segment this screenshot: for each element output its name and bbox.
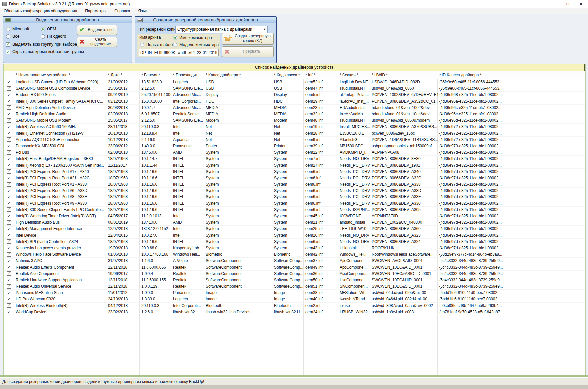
row-checkbox[interactable]: ✓ <box>7 214 11 218</box>
row-checkbox[interactable]: ✓ <box>7 176 11 180</box>
row-checkbox[interactable]: ✓ <box>7 144 11 148</box>
row-checkbox[interactable]: ✓ <box>7 252 11 257</box>
menu-refresh-hardware[interactable]: Обновить конфигурацию оборудования <box>4 9 77 13</box>
menu-options[interactable]: Параметры <box>85 9 106 13</box>
row-checkbox[interactable]: ✓ <box>7 246 11 250</box>
table-row[interactable]: ✓Intel(R) Xeon(R) E3 - 1200/1500 v5/6th … <box>4 162 585 168</box>
row-checkbox[interactable]: ✓ <box>7 112 11 116</box>
table-row[interactable]: ✓Intel(R) PCI Express Root Port #1 - A33… <box>4 181 585 188</box>
table-row[interactable]: ✓Realtek Hardware Support Application13/… <box>4 277 585 283</box>
table-row[interactable]: ✓Intel(R) PCI Express Root Port #21 - A3… <box>4 175 585 181</box>
column-header[interactable]: * Код класса * <box>272 71 304 79</box>
table-row[interactable]: ✓Intel(R) PCI Express Root Port #9 - A33… <box>4 200 585 207</box>
row-checkbox[interactable]: ✓ <box>7 303 11 308</box>
table-row[interactable]: ✓Intel(R) PCI Express Root Port #6 - A33… <box>4 188 585 194</box>
row-checkbox[interactable]: ✓ <box>7 297 11 301</box>
table-row[interactable]: ✓Realtek Asio Component19/06/20171.0.0.4… <box>4 271 585 277</box>
table-row[interactable]: ✓AMD High Definition Audio Device30/03/2… <box>4 105 585 111</box>
table-row[interactable]: ✓Intel(R) PCI Express Root Port #17 - A3… <box>4 169 585 175</box>
table-row[interactable]: ✓Intel(R) Wireless Bluetooth(R)04/12/201… <box>4 303 585 309</box>
row-checkbox[interactable]: ✓ <box>7 157 11 161</box>
row-checkbox[interactable]: ✓ <box>7 284 11 289</box>
column-header[interactable]: * Производит... <box>171 71 204 79</box>
row-checkbox[interactable]: ✓ <box>7 207 11 212</box>
table-row[interactable]: ✓WorldCup Device23/02/20131.2.6.0libusb-… <box>4 309 585 315</box>
table-row[interactable]: ✓Realtek High Definition Audio02/08/2018… <box>4 111 585 117</box>
table-row[interactable]: ✓Radeon RX 590 Series09/01/201925.20.150… <box>4 92 585 98</box>
column-header[interactable]: * Дата * <box>106 71 140 79</box>
table-row[interactable]: ✓Intel(R) Host Bridge/DRAM Registers - 3… <box>4 156 585 162</box>
row-checkbox[interactable]: ✓ <box>7 125 11 129</box>
row-checkbox[interactable]: ✓ <box>7 93 11 97</box>
row-checkbox[interactable]: ✓ <box>7 86 11 91</box>
table-row[interactable]: ✓Nahimic 3 APO31/07/20181.1.6.0A-VoluteS… <box>4 258 585 264</box>
table-row[interactable]: ✓High Definition Audio Bus08/01/201918.4… <box>4 219 585 226</box>
row-checkbox[interactable]: ✓ <box>7 150 11 155</box>
row-checkbox[interactable]: ✓ <box>7 239 11 244</box>
row-checkbox[interactable]: ✓ <box>7 291 11 295</box>
checkbox-hide-others[interactable]: Скрыть все кроме выбранной группы <box>6 49 84 54</box>
row-checkbox[interactable]: ✓ <box>7 265 11 269</box>
table-row[interactable]: ✓Intel(R) Watchdog Timer Driver (Intel(R… <box>4 213 585 219</box>
radio-all[interactable]: Все <box>6 34 20 39</box>
table-row[interactable]: ✓Logitech USB Camera (HD Pro Webcam C920… <box>4 79 585 85</box>
abort-button[interactable]: ✖ Прервать <box>222 46 274 57</box>
row-checkbox[interactable]: ✓ <box>7 99 11 103</box>
chevron-down-icon[interactable]: ▼ <box>262 26 267 33</box>
table-row[interactable]: ✓Windows Hello Face Software Device01/06… <box>4 251 585 258</box>
row-checkbox[interactable]: ✓ <box>7 80 11 84</box>
radio-oem[interactable]: OEM <box>41 27 56 31</box>
column-header[interactable]: * Секция * <box>338 71 370 79</box>
table-row[interactable]: ✓Intel Device22/04/201510.0.27.0IntelSys… <box>4 232 585 239</box>
select-all-button[interactable]: ✔ Выделить всё <box>77 25 117 35</box>
column-header[interactable]: * ID Класса драйвера * <box>438 71 504 79</box>
radio-none[interactable]: Ни одного <box>41 34 66 39</box>
row-checkbox[interactable]: ✓ <box>7 169 11 174</box>
minimize-button[interactable]: ─ <box>548 0 561 8</box>
row-checkbox[interactable]: ✓ <box>7 259 11 263</box>
radio-computer-model[interactable]: Модель компьютера <box>173 42 219 47</box>
table-row[interactable]: ✓SAMSUNG Mobile USB Composite Device15/0… <box>4 85 585 92</box>
row-checkbox[interactable]: ✓ <box>7 227 11 231</box>
row-checkbox[interactable]: ✓ <box>7 195 11 199</box>
table-row[interactable]: ✓Kaspersky Lab power events provider19/0… <box>4 245 585 251</box>
table-row[interactable]: ✓Intel(R) 300 Series Chipset Family SATA… <box>4 98 585 105</box>
row-checkbox[interactable]: ✓ <box>7 233 11 237</box>
column-header[interactable]: * Класс драйвера * <box>204 71 272 79</box>
column-header[interactable]: * Наименование устройства * <box>14 71 106 79</box>
table-row[interactable]: ✓Aquantia AQC111C 5GbE connection10/12/2… <box>4 137 585 143</box>
deselect-button[interactable]: ✖ Снять выделение <box>77 37 117 47</box>
table-row[interactable]: ✓SAMSUNG Mobile USB Modem15/05/20172.12.… <box>4 117 585 124</box>
row-checkbox[interactable]: ✓ <box>7 201 11 205</box>
menu-language[interactable]: Язык <box>138 9 147 13</box>
row-checkbox[interactable]: ✓ <box>7 137 11 142</box>
backup-type-dropdown[interactable]: Структурированная папка с драйверами ▼ <box>175 26 268 33</box>
table-row[interactable]: ✓Intel(R) 300 Series Chipset Family LPC … <box>4 207 585 213</box>
row-checkbox[interactable]: ✓ <box>7 278 11 282</box>
maximize-button[interactable]: □ <box>561 0 574 8</box>
table-row[interactable]: ✓Realtek Audio Universal Service12/11/20… <box>4 283 585 290</box>
row-checkbox[interactable]: ✓ <box>7 220 11 225</box>
menu-help[interactable]: Справка <box>114 9 130 13</box>
radio-microsoft[interactable]: Microsoft <box>6 27 29 31</box>
table-row[interactable]: ✓Realtek Audio Effects Component12/11/20… <box>4 264 585 270</box>
table-row[interactable]: ✓Panasonic MFStation Scan11/01/20121.0.0… <box>4 290 585 296</box>
archive-name-input[interactable] <box>139 49 219 56</box>
table-row[interactable]: ✓Pci Bus02/08/201818.45.0.0AMDSystemSyst… <box>4 149 585 156</box>
column-header[interactable]: * HWID * <box>370 71 438 79</box>
row-checkbox[interactable]: ✓ <box>7 182 11 187</box>
table-row[interactable]: ✓Intel(R) PCI Express Root Port #8 - A33… <box>4 194 585 200</box>
table-row[interactable]: ✓Intel(R) SPI (flash) Controller - A3241… <box>4 239 585 245</box>
radio-user-template[interactable]: Польз. шаблон <box>140 42 175 47</box>
row-checkbox[interactable]: ✓ <box>7 189 11 193</box>
column-header[interactable]: * Версия * <box>140 71 171 79</box>
table-row[interactable]: ✓Intel(R) Wireless-AC 9560 160MHz28/11/2… <box>4 124 585 130</box>
row-checkbox[interactable]: ✓ <box>7 310 11 314</box>
row-checkbox[interactable]: ✓ <box>7 118 11 123</box>
column-header[interactable]: * Inf * <box>304 71 338 79</box>
table-row[interactable]: ✓Intel(R) Ethernet Connection (7) I219-V… <box>4 130 585 137</box>
checkbox-select-whole-group[interactable]: Выделять всю группу при выборе <box>6 42 77 47</box>
create-backup-button[interactable]: → Создать резервную копию (37) <box>222 33 274 45</box>
table-row[interactable]: ✓HD Pro Webcam C92024/10/20181.3.89.0Log… <box>4 296 585 302</box>
row-checkbox[interactable]: ✓ <box>7 131 11 135</box>
